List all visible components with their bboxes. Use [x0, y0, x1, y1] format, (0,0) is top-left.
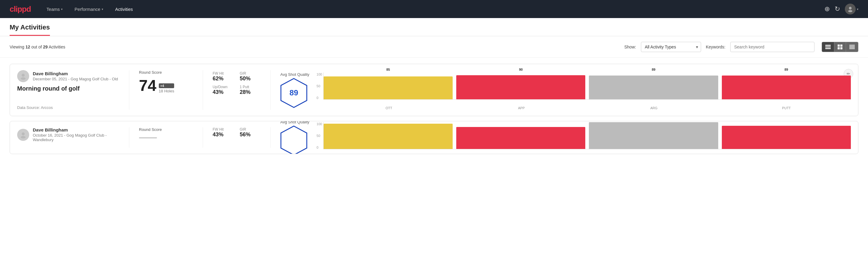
- col-bar-wrapper: [323, 72, 453, 99]
- svg-rect-6: [840, 45, 842, 47]
- svg-point-17: [21, 136, 26, 139]
- avatar: [845, 4, 856, 14]
- score-row: 74 +4 18 Holes: [139, 78, 193, 93]
- stats-grid: FW Hit 62% GIR 50% Up/Down 43% 1 Putt 28…: [213, 71, 261, 95]
- card-score-section: Round Score: [139, 127, 193, 148]
- chart-col-putt: 87: [722, 122, 851, 149]
- nav-item-activities[interactable]: Activities: [114, 4, 134, 14]
- app-logo[interactable]: clippd: [10, 4, 31, 14]
- svg-point-1: [848, 10, 852, 12]
- svg-point-13: [22, 74, 25, 77]
- chart-col-arg: 106: [589, 122, 718, 149]
- view-list-button[interactable]: [822, 42, 834, 52]
- avatar: [17, 70, 29, 82]
- chart-col-ott: 94: [323, 122, 453, 149]
- chart-col-app: 90: [456, 72, 585, 99]
- card-stats-section: FW Hit 43% GIR 56%: [213, 127, 261, 148]
- refresh-button[interactable]: ↻: [835, 5, 840, 13]
- svg-rect-7: [838, 47, 840, 49]
- svg-rect-10: [849, 46, 855, 47]
- svg-rect-12: [849, 49, 855, 49]
- score-meta: +4 18 Holes: [159, 83, 174, 93]
- y-label-100: 100: [317, 72, 322, 76]
- nav-item-performance[interactable]: Performance ▾: [73, 4, 104, 14]
- col-value-app: 90: [519, 68, 523, 71]
- chart-y-axis: 100 50 0: [317, 72, 323, 99]
- hex-score: 89: [290, 88, 298, 97]
- chart-y-axis: 100 50 0: [317, 122, 323, 149]
- score-placeholder: [139, 137, 157, 139]
- activity-card: ✏ Dave Billingham December 05, 2021 - Go…: [10, 64, 858, 116]
- card-divider: [270, 70, 271, 110]
- svg-rect-3: [825, 47, 831, 48]
- fw-hit-stat: FW Hit 62%: [213, 71, 234, 82]
- x-label-arg: ARG: [589, 106, 718, 110]
- search-input[interactable]: [730, 42, 814, 52]
- navbar: clippd Teams ▾ Performance ▾ Activities …: [0, 0, 868, 18]
- col-value-putt: 89: [784, 68, 788, 71]
- card-quality-section: Avg Shot Quality 100 50 0: [280, 127, 851, 148]
- page-header: My Activities: [0, 18, 868, 36]
- nav-item-teams[interactable]: Teams ▾: [45, 4, 64, 14]
- x-label-putt: PUTT: [722, 106, 851, 110]
- chart-area: 100 50 0 94 82: [317, 122, 851, 154]
- svg-rect-9: [849, 45, 855, 46]
- one-putt-stat: 1 Putt 28%: [240, 85, 261, 95]
- card-name: Dave Billingham: [33, 127, 119, 133]
- show-label: Show:: [624, 45, 636, 49]
- card-left: Dave Billingham October 16, 2021 - Gog M…: [17, 127, 119, 148]
- round-score-label: Round Score: [139, 127, 193, 132]
- y-label-50: 50: [317, 84, 322, 88]
- score-value: 74: [139, 78, 156, 93]
- svg-point-0: [849, 7, 852, 10]
- avg-shot-label: Avg Shot Quality: [280, 72, 309, 77]
- chevron-down-icon: ▾: [61, 7, 63, 11]
- y-label-0: 0: [317, 96, 322, 99]
- view-compact-button[interactable]: [846, 42, 858, 52]
- col-bar-app: [456, 75, 585, 99]
- svg-rect-11: [849, 47, 855, 48]
- chart-area: 100 50 0 85: [317, 72, 851, 106]
- activity-type-select-wrapper: All Activity Types Round Practice: [641, 42, 701, 52]
- col-value-ott: 85: [386, 68, 390, 71]
- card-divider: [270, 127, 271, 148]
- hex-container: [280, 125, 307, 154]
- chart-columns: 85 90: [323, 72, 851, 99]
- nav-label-activities: Activities: [115, 7, 133, 12]
- col-bar-putt: [722, 76, 851, 99]
- view-grid-button[interactable]: [834, 42, 846, 52]
- chart-col-app: 82: [456, 122, 585, 149]
- navbar-right: ⊕ ↻ ▾: [825, 4, 858, 14]
- card-source: Data Source: Arccos: [17, 105, 119, 110]
- chart-col-putt: 89: [722, 72, 851, 99]
- avg-shot-label: Avg Shot Quality: [280, 121, 309, 124]
- col-bar-wrapper: [456, 72, 585, 99]
- viewing-text: Viewing 12 out of 29 Activities: [10, 45, 65, 49]
- card-divider: [129, 127, 129, 148]
- card-score-section: Round Score 74 +4 18 Holes: [139, 70, 193, 110]
- chart-col-arg: 89: [589, 72, 718, 99]
- card-left: Dave Billingham December 05, 2021 - Gog …: [17, 70, 119, 110]
- gir-stat: GIR 50%: [240, 71, 261, 82]
- col-bar-ott: [323, 77, 453, 99]
- chart-columns: 94 82: [323, 122, 851, 149]
- col-bar-arg: [589, 76, 718, 99]
- x-label-ott: OTT: [324, 106, 454, 110]
- svg-rect-4: [825, 48, 831, 49]
- page-content: My Activities Viewing 12 out of 29 Activ…: [0, 18, 868, 263]
- score-holes: 18 Holes: [159, 89, 174, 93]
- svg-rect-5: [838, 45, 840, 47]
- quality-chart: 100 50 0 94 82: [317, 121, 851, 154]
- card-date: October 16, 2021 - Gog Magog Golf Club -…: [33, 133, 119, 142]
- chart-col-ott: 85: [323, 72, 453, 99]
- user-avatar-wrapper[interactable]: ▾: [845, 4, 858, 14]
- card-user: Dave Billingham December 05, 2021 - Gog …: [17, 70, 119, 82]
- card-user: Dave Billingham October 16, 2021 - Gog M…: [17, 127, 119, 142]
- score-badge: +4: [159, 83, 174, 88]
- updown-stat: Up/Down 43%: [213, 85, 234, 95]
- card-stats-section: FW Hit 62% GIR 50% Up/Down 43% 1 Putt 28…: [213, 70, 261, 110]
- page-title: My Activities: [10, 24, 50, 36]
- x-label-app: APP: [457, 106, 586, 110]
- add-button[interactable]: ⊕: [825, 5, 830, 13]
- activity-type-select[interactable]: All Activity Types Round Practice: [641, 42, 701, 52]
